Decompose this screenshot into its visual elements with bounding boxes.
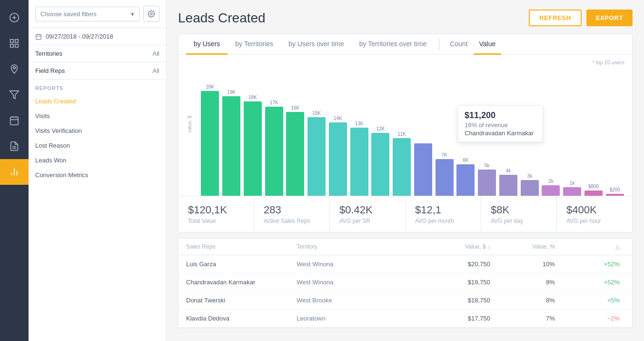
bar-4: [286, 112, 304, 196]
chart-icon-item[interactable]: [0, 159, 29, 185]
bar-1: [222, 96, 240, 196]
bar-col-2[interactable]: 18K: [243, 81, 263, 196]
table-row-0[interactable]: Luis Garza West Winona $20,750 10% +52%: [178, 255, 632, 273]
bar-label-3: 17K: [270, 100, 278, 105]
report-item-lost-reason[interactable]: Lost Reason: [35, 138, 159, 153]
add-icon-item[interactable]: [0, 5, 29, 30]
bar-col-7[interactable]: 13K: [349, 81, 369, 196]
reports-section: REPORTS Leads CreatedVisitsVisits Verifi…: [29, 80, 166, 184]
bar-col-5[interactable]: 15K: [307, 81, 327, 196]
field-reps-filter-row[interactable]: Field Reps All: [29, 62, 166, 80]
reports-section-label: REPORTS: [35, 85, 159, 91]
bar-col-17[interactable]: 1k: [563, 81, 582, 196]
bar-6: [329, 122, 347, 196]
bar-label-4: 16K: [291, 105, 299, 110]
tab-by-territories-over-time[interactable]: by Territories over time: [352, 34, 434, 55]
svg-point-18: [150, 13, 152, 15]
sidebar: Choose saved filters ▾ 09/27/2018 - 09/2…: [29, 0, 167, 341]
bar-col-1[interactable]: 19K: [222, 81, 241, 196]
document-icon-item[interactable]: [0, 133, 29, 159]
tab-right-value[interactable]: Value: [474, 34, 502, 55]
tab-by-territories[interactable]: by Territories: [228, 34, 281, 55]
export-button[interactable]: EXPORT: [586, 10, 633, 26]
filter-gear-button[interactable]: [143, 6, 159, 22]
tab-by-users[interactable]: by Users: [186, 34, 228, 55]
bar-label-15: 3k: [527, 173, 532, 179]
icon-bar: [0, 0, 29, 341]
stat-label-4: AVG per day: [491, 218, 547, 224]
filter-select-label: Choose saved filters: [40, 10, 97, 18]
td-delta-2: +5%: [565, 297, 624, 304]
td-territory-3: Leoratown: [297, 315, 407, 322]
report-item-conversion-metrics[interactable]: Conversion Metrics: [35, 168, 159, 182]
bar-5: [307, 117, 326, 196]
saved-filters-select[interactable]: Choose saved filters ▾: [35, 7, 139, 21]
bar-12: [456, 164, 475, 196]
refresh-button[interactable]: REFRESH: [529, 10, 582, 26]
date-range-text: 09/27/2018 - 09/27/2018: [46, 33, 113, 40]
table-header-row: Sales Reps Territory Value, $ ↓ Value, %…: [178, 239, 632, 255]
svg-rect-4: [15, 40, 18, 42]
bar-col-16[interactable]: 2k: [541, 81, 561, 196]
report-item-visits-verification[interactable]: Visits Verification: [35, 123, 159, 138]
chart-container: * top 20 users value, $ 20K19K18K17K16K1…: [178, 55, 632, 196]
bar-col-6[interactable]: 14K: [328, 81, 348, 196]
td-value-dollar-0: $20,750: [407, 261, 500, 268]
calendar-icon-item[interactable]: [0, 108, 29, 133]
bar-18: [585, 191, 603, 196]
report-item-leads-created[interactable]: Leads Created: [35, 94, 159, 109]
svg-point-7: [13, 67, 16, 69]
territories-filter-row[interactable]: Territories All: [29, 45, 166, 62]
bar-label-18: $800: [588, 184, 599, 189]
td-sales-rep-2: Donat Twerski: [186, 297, 297, 304]
stat-value-0: $120,1K: [188, 204, 244, 216]
bar-col-3[interactable]: 17K: [264, 81, 284, 196]
location-icon-item[interactable]: [0, 56, 29, 82]
bar-15: [521, 180, 539, 196]
bar-2: [244, 101, 262, 196]
bar-label-6: 14K: [334, 116, 342, 121]
page-title: Leads Created: [178, 10, 266, 26]
tooltip-name: Chandravadan Karmakar: [465, 130, 536, 137]
bar-3: [265, 107, 283, 196]
bar-13: [478, 170, 496, 196]
bar-col-11[interactable]: 7K: [435, 81, 454, 196]
filter-icon-item[interactable]: [0, 82, 29, 108]
bar-col-8[interactable]: 12K: [371, 81, 390, 196]
bar-col-0[interactable]: 20K: [200, 81, 220, 196]
report-item-visits[interactable]: Visits: [35, 109, 159, 123]
bar-col-9[interactable]: 11K: [392, 81, 412, 196]
tab-by-users-over-time[interactable]: by Users over time: [281, 34, 352, 55]
stat-label-2: AVG per SR: [339, 218, 396, 224]
bar-label-13: 5k: [485, 163, 490, 168]
table-row-2[interactable]: Donat Twerski West Brooke $18,750 8% +5%: [178, 291, 632, 310]
bar-col-18[interactable]: $800: [584, 81, 604, 196]
reports-list: Leads CreatedVisitsVisits VerificationLo…: [35, 94, 159, 182]
bar-col-10[interactable]: [414, 81, 433, 196]
svg-rect-5: [10, 44, 13, 47]
bar-col-4[interactable]: 16K: [286, 81, 305, 196]
td-territory-2: West Brooke: [297, 297, 407, 304]
bar-col-19[interactable]: $200: [605, 81, 624, 196]
report-item-leads-won[interactable]: Leads Won: [35, 153, 159, 168]
chart-wrap: value, $ 20K19K18K17K16K15K14K13K12K11K7…: [186, 62, 624, 196]
table-row-3[interactable]: Klavdia Dedova Leoratown $17,750 7% −2%: [178, 310, 632, 328]
svg-rect-6: [15, 44, 18, 47]
th-value-pct: Value, %: [500, 243, 565, 250]
td-territory-0: West Winona: [297, 261, 407, 268]
stat-cell-0: $120,1KTotal Value: [178, 196, 254, 232]
bar-19: [606, 194, 624, 196]
tab-right-count[interactable]: Count: [444, 34, 473, 55]
table-rows: Luis Garza West Winona $20,750 10% +52% …: [178, 255, 632, 328]
bars-area: 20K19K18K17K16K15K14K13K12K11K7K6K5k4k3k…: [200, 81, 624, 196]
stat-label-3: AVG per month: [415, 218, 471, 224]
bar-8: [371, 133, 389, 196]
bar-14: [499, 175, 517, 196]
bar-11: [436, 159, 454, 196]
dashboard-icon-item[interactable]: [0, 30, 29, 56]
stat-label-1: Active Sales Reps: [264, 218, 320, 224]
stat-value-4: $8K: [491, 204, 547, 216]
stat-label-5: AVG per hour: [566, 218, 623, 224]
th-value-dollar[interactable]: Value, $ ↓: [407, 243, 500, 250]
table-row-1[interactable]: Chandravadan Karmakar West Winona $19,75…: [178, 273, 632, 291]
